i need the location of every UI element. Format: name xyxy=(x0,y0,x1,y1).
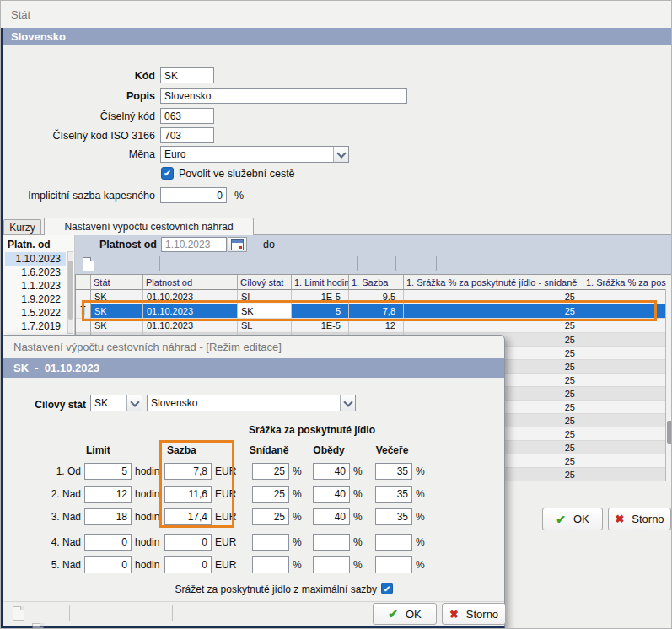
cell: 01.10.2023 xyxy=(143,304,238,319)
obedy-input[interactable] xyxy=(313,534,350,551)
copy-document-icon: ▶ xyxy=(32,623,44,629)
vecere-input[interactable] xyxy=(375,556,412,573)
table-row[interactable]: SK 01.10.2023 SI 1E-5 9,5 25 xyxy=(76,290,672,304)
table-row[interactable]: SK 01.10.2023 SL 1E-5 12 25 xyxy=(76,319,672,333)
limit-input[interactable]: 0 xyxy=(84,556,132,573)
new-document-icon xyxy=(13,606,24,621)
snidane-input[interactable] xyxy=(252,556,289,573)
mena-value: Euro xyxy=(161,148,333,160)
side-item-date[interactable]: 1.7.2019 xyxy=(5,320,66,333)
percent-unit: % xyxy=(353,556,363,573)
side-item-date[interactable]: 1.9.2022 xyxy=(5,293,66,306)
popis-input[interactable]: Slovensko xyxy=(160,88,407,104)
cell xyxy=(583,319,672,333)
cell: 9,5 xyxy=(349,290,404,304)
window-title: Stát xyxy=(1,1,672,28)
obedy-input[interactable] xyxy=(313,556,350,573)
ciselny-kod-input[interactable]: 063 xyxy=(160,108,214,124)
vecere-input[interactable]: 35 xyxy=(375,463,412,480)
popis-label: Popis xyxy=(3,88,155,104)
tab-nahrady[interactable]: Nastavení vypočtu cestovních náhrad xyxy=(44,218,254,235)
vecere-input[interactable] xyxy=(375,534,412,551)
column-header[interactable]: 1. Srážka % za poskytnuté jídlo - snídan… xyxy=(404,275,583,290)
dialog-storno-button[interactable]: ✖Storno xyxy=(442,603,506,625)
row-label: 3. Nad xyxy=(27,508,81,525)
row-indicator-cell xyxy=(76,290,91,304)
cilovy-stat-name: Slovensko xyxy=(148,397,340,409)
limit-input[interactable]: 5 xyxy=(84,463,132,480)
srazet-checkbox[interactable] xyxy=(381,583,393,594)
mena-dropdown-button[interactable] xyxy=(333,147,348,162)
new-record-button-disabled[interactable] xyxy=(10,605,27,621)
sazba-input[interactable]: 0 xyxy=(164,556,212,573)
mena-combobox[interactable]: Euro xyxy=(160,146,349,163)
povolit-checkbox[interactable] xyxy=(161,167,174,180)
cilovy-stat-code-combobox[interactable]: SK xyxy=(90,395,142,411)
dialog-ok-button[interactable]: ✔OK xyxy=(373,603,437,625)
snidane-input[interactable]: 25 xyxy=(252,486,289,503)
cilovy-stat-name-combobox[interactable]: Slovensko xyxy=(147,395,356,411)
tab-kurzy[interactable]: Kurzy xyxy=(3,219,41,234)
snidane-input[interactable]: 25 xyxy=(252,508,289,525)
kapesne-label: Implicitní sazba kapesného xyxy=(3,187,155,203)
obedy-input[interactable]: 40 xyxy=(313,486,350,503)
side-item-date[interactable]: 1.5.2022 xyxy=(5,306,66,320)
chevron-down-icon xyxy=(130,397,139,406)
check-icon: ✔ xyxy=(556,513,566,526)
scrollbar-thumb[interactable] xyxy=(667,421,672,444)
snidane-input[interactable]: 25 xyxy=(252,463,289,480)
side-item-date[interactable]: 1.6.2023 xyxy=(5,266,66,279)
scrollbar-thumb[interactable] xyxy=(68,261,73,320)
hodin-unit: hodin xyxy=(135,508,159,525)
eur-unit: EUR xyxy=(215,463,236,480)
table-row-selected[interactable]: I SK 01.10.2023 SK 5 7,8 25 xyxy=(76,304,672,319)
toolbar-separator xyxy=(395,256,396,271)
side-panel-scrollbar[interactable] xyxy=(67,251,73,334)
kod-input[interactable]: SK xyxy=(160,67,214,83)
main-ok-button[interactable]: ✔OK xyxy=(542,508,603,530)
percent-unit: % xyxy=(293,556,302,573)
vecere-input[interactable]: 35 xyxy=(375,486,412,503)
column-header[interactable]: Cílový stat xyxy=(238,275,292,290)
obedy-input[interactable]: 40 xyxy=(313,463,350,480)
dropdown-button[interactable] xyxy=(126,395,142,411)
vecere-input[interactable]: 35 xyxy=(375,508,412,525)
vecere-column-header: Večeře xyxy=(371,444,413,456)
cell: 25 xyxy=(404,304,583,319)
obedy-input[interactable]: 40 xyxy=(313,508,350,525)
sazba-input[interactable]: 17,4 xyxy=(164,508,212,525)
dialog-title: Nastavení výpočtu cestovních náhrad - [R… xyxy=(3,336,504,358)
calendar-button[interactable] xyxy=(228,237,247,252)
sazba-column-header: Sazba xyxy=(167,444,196,456)
side-item-date[interactable]: 1.10.2023 xyxy=(5,252,66,266)
limit-input[interactable]: 12 xyxy=(84,486,132,503)
new-record-button[interactable] xyxy=(80,255,97,272)
column-header[interactable]: 1. Limit hodin xyxy=(292,275,349,290)
cell: SI xyxy=(238,290,292,304)
limit-input[interactable]: 18 xyxy=(84,508,132,525)
column-header[interactable]: 1. Sazba xyxy=(349,275,404,290)
obedy-column-header: Obědy xyxy=(308,444,350,456)
side-item-date[interactable]: 1.1.2023 xyxy=(5,279,66,293)
copy-record-button-disabled[interactable]: ▶ xyxy=(30,621,46,629)
percent-unit: % xyxy=(293,508,302,525)
column-header[interactable]: Platnost od xyxy=(143,275,238,290)
iso-kod-input[interactable]: 703 xyxy=(160,127,214,143)
sazba-input[interactable]: 7,8 xyxy=(164,463,212,480)
platnost-od-filter-input[interactable]: 1.10.2023 xyxy=(161,237,227,252)
sazba-input[interactable]: 11,6 xyxy=(164,486,212,503)
toolbar-separator xyxy=(218,605,218,621)
column-header[interactable]: Stát xyxy=(91,275,143,290)
table-scrollbar[interactable] xyxy=(665,289,672,481)
toolbar-separator xyxy=(261,256,261,271)
mena-label[interactable]: Měna xyxy=(3,146,155,163)
main-storno-button[interactable]: ✖Storno xyxy=(608,508,671,530)
toolbar-separator xyxy=(234,256,234,271)
kapesne-input[interactable]: 0 xyxy=(160,187,227,203)
dropdown-button[interactable] xyxy=(340,395,355,411)
snidane-input[interactable] xyxy=(252,534,289,551)
record-header: Slovensko xyxy=(1,28,672,45)
column-header[interactable]: 1. Srážka % za pos xyxy=(583,275,672,290)
sazba-input[interactable]: 0 xyxy=(164,534,212,551)
limit-input[interactable]: 0 xyxy=(84,534,132,551)
